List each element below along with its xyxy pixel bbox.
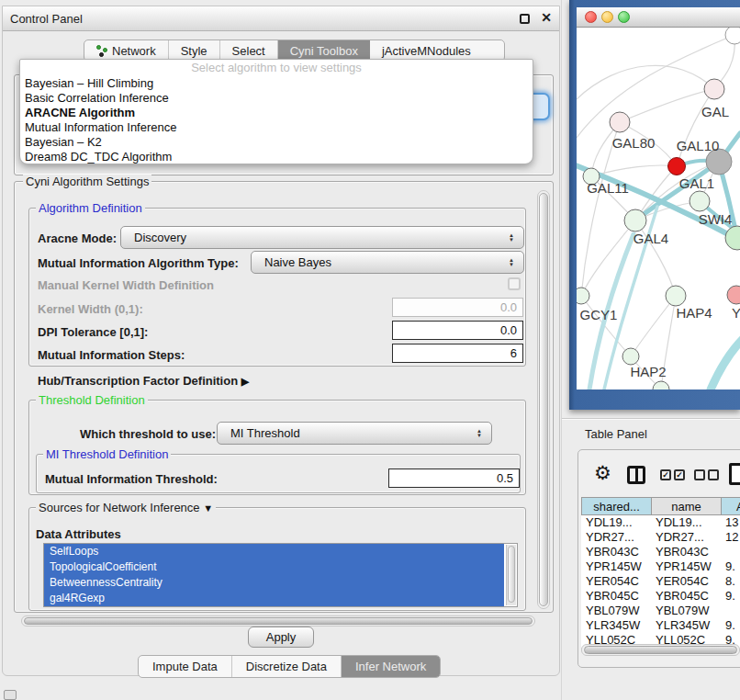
settings-vertical-scrollbar[interactable] [537, 190, 550, 609]
node-gcy1[interactable] [577, 288, 589, 304]
panel-divider[interactable] [561, 0, 562, 700]
mi-type-combo[interactable]: Naive Bayes ▲▼ [251, 251, 524, 274]
manual-kernel-checkbox[interactable] [508, 277, 521, 290]
table-cell[interactable]: 9. [721, 618, 740, 633]
node-gal1[interactable] [690, 191, 710, 211]
node-gal80[interactable] [610, 112, 630, 132]
column-header-name[interactable]: name [651, 497, 722, 515]
minimized-panel-icon[interactable] [4, 690, 17, 700]
combo-spinner-icon: ▲▼ [507, 254, 516, 272]
table-cell[interactable]: YBR043C [581, 545, 651, 559]
unchecked-checkbox-icon[interactable] [694, 469, 705, 480]
column-header-shared[interactable]: shared... [581, 497, 652, 515]
attribute-item-selected[interactable]: SelfLoops [44, 544, 504, 559]
table-cell[interactable]: YER054C [651, 574, 721, 589]
table-cell[interactable]: 13 [721, 515, 740, 530]
tab-infer-network[interactable]: Infer Network [342, 656, 440, 677]
tab-network[interactable]: Network [84, 40, 169, 61]
network-canvas[interactable]: GAL GAL80 GAL10 GAL11 GAL1 SWI4 GAL4 GCY… [577, 28, 740, 390]
table-cell[interactable]: YBR045C [581, 589, 651, 604]
dropdown-item[interactable]: Basic Correlation Inference [20, 91, 533, 106]
dropdown-item[interactable]: Mutual Information Inference [20, 120, 533, 135]
node-swi4[interactable] [725, 226, 740, 250]
table-cell[interactable]: YPR145W [581, 559, 651, 574]
dropdown-item[interactable]: Dream8 DC_TDC Algorithm [20, 150, 533, 164]
table-cell[interactable]: YLR345W [651, 618, 721, 633]
table-cell[interactable]: YBR045C [651, 589, 721, 604]
cyni-settings-title: Cyni Algorithm Settings [23, 175, 151, 188]
tab-select[interactable]: Select [220, 40, 278, 61]
hub-definition-expander[interactable]: Hub/Transcription Factor Definition ▶ [38, 374, 249, 388]
node-label: GAL80 [612, 135, 656, 151]
checked-checkbox-icon[interactable]: ✓ [674, 469, 685, 480]
table-cell[interactable]: 9. [721, 589, 740, 604]
table-cell[interactable]: YBL079W [651, 604, 721, 618]
node-salmon[interactable] [727, 286, 740, 304]
attributes-scrollbar[interactable] [506, 545, 516, 605]
table-cell[interactable]: 8. [721, 574, 740, 589]
mi-steps-label: Mutual Information Steps: [38, 348, 185, 362]
mi-threshold-field[interactable]: 0.5 [388, 469, 520, 488]
node-gal[interactable] [704, 79, 724, 99]
dropdown-item[interactable]: Bayesian – K2 [20, 135, 533, 150]
table-panel-title: Table Panel [585, 427, 647, 441]
table-cell[interactable]: YBR043C [651, 545, 721, 559]
column-layout-icon[interactable] [627, 466, 645, 484]
table-cell[interactable]: YDR27... [581, 530, 651, 545]
node-bottom[interactable] [653, 381, 669, 390]
aracne-mode-combo[interactable]: Discovery ▲▼ [120, 226, 524, 249]
node-gal4[interactable] [624, 209, 646, 231]
minimize-traffic-light-icon[interactable] [601, 11, 613, 23]
data-attributes-list: SelfLoops TopologicalCoefficient Between… [43, 543, 518, 607]
kernel-width-field[interactable]: 0.0 [392, 298, 523, 317]
node-hap2[interactable] [622, 348, 639, 365]
attribute-item-selected[interactable]: TopologicalCoefficient [44, 559, 504, 575]
close-traffic-light-icon[interactable] [585, 11, 597, 23]
node-gal10-red[interactable] [668, 158, 686, 175]
tab-jactivemnodules[interactable]: jActiveMNodules [370, 40, 483, 61]
node-hap4[interactable] [666, 286, 686, 306]
table-cell[interactable] [721, 545, 740, 559]
node[interactable] [725, 28, 740, 44]
settings-horizontal-scrollbar[interactable] [21, 615, 535, 627]
table-cell[interactable]: YBL079W [581, 604, 651, 618]
dropdown-item-selected[interactable]: ARACNE Algorithm [20, 106, 533, 120]
kernel-width-label: Kernel Width (0,1): [38, 302, 143, 316]
table-cell[interactable]: YDL19... [651, 515, 721, 530]
tab-impute-data[interactable]: Impute Data [139, 656, 232, 677]
table-cell[interactable]: 12 [721, 530, 740, 545]
table-cell[interactable]: YPR145W [651, 559, 721, 574]
float-window-icon[interactable] [520, 14, 530, 24]
table-horizontal-scrollbar[interactable] [581, 644, 740, 656]
threshold-title: Threshold Definition [36, 393, 148, 407]
tab-style[interactable]: Style [169, 40, 220, 61]
which-threshold-combo[interactable]: MI Threshold ▲▼ [217, 422, 492, 445]
table-cell[interactable]: YLR345W [581, 618, 651, 633]
dropdown-item[interactable]: Bayesian – Hill Climbing [20, 76, 533, 91]
mi-type-label: Mutual Information Algorithm Type: [38, 256, 239, 270]
tab-discretize-data[interactable]: Discretize Data [232, 656, 342, 677]
table-cell[interactable]: 9. [721, 559, 740, 574]
unchecked-checkbox-icon[interactable] [708, 469, 719, 480]
apply-button[interactable]: Apply [248, 627, 314, 648]
table-cell[interactable]: YDL19... [581, 515, 651, 530]
tab-cyni-toolbox[interactable]: Cyni Toolbox [278, 40, 370, 61]
dpi-tolerance-field[interactable]: 0.0 [392, 321, 523, 340]
column-header-partial[interactable]: A [721, 497, 740, 515]
table-cell[interactable]: YDR27... [651, 530, 721, 545]
node-label: Y [732, 305, 740, 321]
zoom-traffic-light-icon[interactable] [618, 11, 630, 23]
gear-icon[interactable]: ⚙ [594, 462, 611, 484]
mi-steps-field[interactable]: 6 [392, 344, 523, 363]
attribute-item-selected[interactable]: BetweennessCentrality [44, 575, 504, 591]
application-root: Control Panel ✕ Network Style Select Cyn… [0, 0, 740, 700]
close-icon[interactable]: ✕ [541, 10, 552, 25]
data-attributes-label: Data Attributes [36, 527, 121, 541]
attribute-item-selected[interactable]: gal4RGexp [44, 591, 504, 606]
checked-checkbox-icon[interactable]: ✓ [660, 469, 671, 480]
table-cell[interactable] [721, 604, 740, 618]
table-cell[interactable]: YER054C [581, 574, 651, 589]
bottom-tabbar: Impute Data Discretize Data Infer Networ… [138, 655, 441, 678]
sources-title[interactable]: Sources for Network Inference ▼ [36, 501, 216, 514]
document-icon[interactable] [729, 463, 740, 485]
